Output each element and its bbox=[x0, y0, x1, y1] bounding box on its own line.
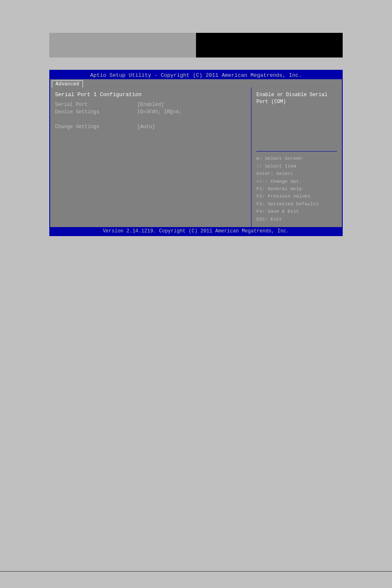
setting-value-serial-port: [Enabled] bbox=[137, 102, 164, 108]
setting-row-device-settings: Device Settings IO=3F8h; IRQ=4; bbox=[55, 109, 246, 115]
key-hint-enter: Enter: Select bbox=[256, 170, 337, 177]
setting-row-spacer bbox=[55, 117, 246, 122]
bios-right-panel: Enable or Disable Serial Port (COM) ⇄: S… bbox=[251, 87, 342, 227]
key-hint-f1: F1: General Help bbox=[256, 185, 337, 193]
bios-body: Serial Port 1 Configuration Serial Port … bbox=[50, 87, 342, 227]
tab-advanced[interactable]: Advanced bbox=[52, 80, 83, 87]
key-hint-select-screen: ⇄: Select Screen bbox=[256, 155, 337, 162]
section-title: Serial Port 1 Configuration bbox=[55, 92, 246, 98]
divider bbox=[256, 151, 337, 152]
bios-window: Aptio Setup Utility - Copyright (C) 2011… bbox=[49, 70, 343, 236]
bios-left-panel: Serial Port 1 Configuration Serial Port … bbox=[50, 87, 251, 227]
setting-value-change-settings: [Auto] bbox=[137, 124, 155, 130]
setting-label-change-settings: Change Settings bbox=[55, 124, 137, 130]
key-hint-esc: ESC: Exit bbox=[256, 216, 337, 223]
setting-row-serial-port[interactable]: Serial Port [Enabled] bbox=[55, 102, 246, 108]
top-banner-right bbox=[196, 33, 343, 57]
key-hint-select-item: ↕: Select Item bbox=[256, 163, 337, 170]
key-hint-f3: F3: Optimized Defaults bbox=[256, 200, 337, 208]
bios-footer: Version 2.14.1219. Copyright (C) 2011 Am… bbox=[50, 227, 342, 235]
help-text: Enable or Disable Serial Port (COM) bbox=[256, 92, 337, 106]
setting-label-spacer bbox=[55, 117, 137, 122]
setting-value-device-settings: IO=3F8h; IRQ=4; bbox=[137, 109, 182, 115]
key-hint-f4: F4: Save & Exit bbox=[256, 208, 337, 215]
top-banner bbox=[49, 33, 343, 57]
setting-label-device-settings: Device Settings bbox=[55, 109, 137, 115]
setting-row-change-settings[interactable]: Change Settings [Auto] bbox=[55, 124, 246, 130]
bios-header: Aptio Setup Utility - Copyright (C) 2011… bbox=[50, 71, 342, 79]
key-hint-change-opt: +/-: Change Opt. bbox=[256, 178, 337, 185]
setting-label-serial-port: Serial Port bbox=[55, 102, 137, 108]
page-bottom-line bbox=[0, 571, 392, 572]
top-banner-left bbox=[49, 33, 196, 57]
key-hints: ⇄: Select Screen ↕: Select Item Enter: S… bbox=[256, 155, 337, 223]
bios-tab-row: Advanced bbox=[50, 79, 342, 87]
key-hint-f2: F2: Previous Values bbox=[256, 193, 337, 200]
